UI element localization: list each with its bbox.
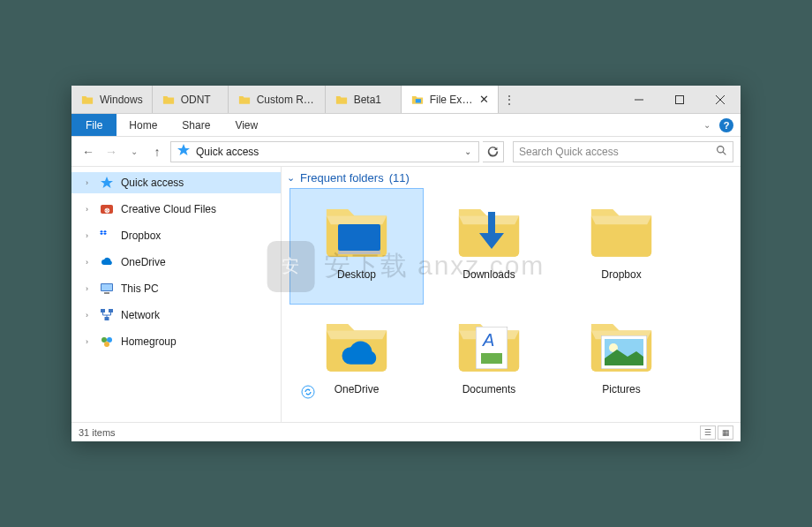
minimize-button[interactable] (619, 86, 659, 113)
folder-grid: Desktop Downloads Dropbox OneDrive A (282, 185, 741, 422)
svg-rect-21 (338, 251, 380, 254)
address-dropdown-icon[interactable]: ⌄ (461, 147, 475, 156)
sidebar-item-label: Homegroup (121, 335, 177, 348)
close-button[interactable] (700, 86, 741, 113)
window-tab[interactable]: Windows (71, 86, 153, 113)
tile-label: Dropbox (601, 268, 641, 281)
svg-rect-12 (102, 284, 112, 290)
svg-rect-2 (676, 95, 684, 103)
up-button[interactable]: ↑ (147, 142, 167, 162)
svg-marker-8 (101, 177, 113, 188)
expand-caret-icon[interactable]: › (86, 311, 93, 320)
tab-close-icon[interactable]: ✕ (479, 93, 489, 106)
expand-caret-icon[interactable]: › (86, 231, 93, 240)
address-bar[interactable]: Quick access ⌄ (170, 141, 479, 162)
file-tab[interactable]: File (71, 114, 117, 136)
folder-icon (587, 309, 656, 378)
new-tab-button[interactable]: ⋮ (499, 86, 520, 113)
folder-icon (162, 94, 176, 106)
folder-icon (335, 94, 349, 106)
sidebar-item-label: Dropbox (121, 230, 161, 242)
svg-rect-13 (104, 292, 109, 294)
folder-tile[interactable]: A Documents (423, 304, 555, 418)
explorer-window: Windows ODNT Custom RT... Beta1 File Exp… (71, 86, 741, 441)
homegroup-icon (100, 335, 114, 349)
ribbon-tab[interactable]: Home (117, 114, 169, 136)
folder-tile[interactable]: Pictures (555, 304, 688, 418)
section-header[interactable]: ⌄ Frequent folders (11) (282, 167, 741, 185)
folder-icon (237, 94, 252, 106)
ribbon-collapse-icon[interactable]: ⌄ (703, 120, 710, 130)
forward-button[interactable]: → (102, 142, 121, 162)
window-tabs: Windows ODNT Custom RT... Beta1 File Exp… (71, 86, 499, 113)
svg-rect-20 (338, 224, 380, 251)
maximize-button[interactable] (659, 86, 700, 113)
svg-text:A: A (482, 330, 494, 350)
expand-caret-icon[interactable]: › (86, 205, 93, 214)
content-pane: ⌄ Frequent folders (11) Desktop Download… (282, 167, 741, 422)
sidebar-item[interactable]: › Homegroup (71, 331, 281, 352)
search-box[interactable]: Search Quick access (513, 141, 733, 162)
pc-icon (100, 282, 114, 296)
expand-caret-icon[interactable]: › (86, 284, 93, 293)
expand-caret-icon[interactable]: › (86, 258, 93, 267)
window-tab[interactable]: Custom RT... (229, 86, 326, 113)
ribbon: File HomeShareView ⌄ ? (71, 114, 741, 137)
folder-tile[interactable]: OneDrive (290, 304, 423, 418)
section-title: Frequent folders (300, 171, 384, 184)
help-icon[interactable]: ? (719, 118, 733, 132)
tile-label: Documents (462, 383, 516, 395)
recent-locations-button[interactable]: ⌄ (124, 142, 144, 162)
refresh-button[interactable] (483, 141, 504, 162)
sidebar-item[interactable]: › Quick access (71, 172, 281, 193)
window-controls (619, 86, 741, 113)
body: › Quick access› ⊗ Creative Cloud Files› … (71, 167, 741, 422)
svg-rect-16 (105, 317, 109, 320)
address-crumb[interactable]: Quick access (196, 146, 259, 158)
search-placeholder: Search Quick access (519, 146, 619, 158)
window-tab[interactable]: Beta1 (326, 86, 402, 113)
svg-rect-14 (101, 309, 105, 312)
sidebar-item-label: This PC (121, 282, 159, 295)
titlebar: Windows ODNT Custom RT... Beta1 File Exp… (71, 86, 741, 114)
expand-caret-icon[interactable]: › (86, 337, 93, 346)
folder-icon: A (455, 309, 523, 378)
sidebar-item[interactable]: › This PC (71, 278, 281, 299)
status-bar: 31 items ☰ ▦ (71, 422, 741, 441)
folder-icon (322, 309, 391, 378)
sidebar-item-label: Quick access (121, 177, 184, 189)
star-icon (100, 176, 114, 190)
chevron-down-icon: ⌄ (287, 172, 295, 184)
icons-view-button[interactable]: ▦ (718, 425, 733, 440)
svg-point-22 (302, 386, 314, 398)
folder-icon (455, 194, 523, 263)
svg-marker-5 (177, 144, 190, 155)
back-button[interactable]: ← (79, 142, 98, 162)
ribbon-tab[interactable]: View (222, 114, 270, 136)
folder-icon (322, 194, 391, 263)
svg-rect-15 (109, 309, 113, 312)
sidebar-item[interactable]: › ⊗ Creative Cloud Files (71, 199, 281, 220)
nav-pane: › Quick access› ⊗ Creative Cloud Files› … (71, 167, 282, 422)
window-tab[interactable]: ODNT (153, 86, 229, 113)
section-count: (11) (389, 171, 410, 184)
window-tab[interactable]: File Expl... ✕ (402, 86, 499, 113)
svg-text:⊗: ⊗ (104, 207, 110, 215)
sidebar-item[interactable]: › Dropbox (71, 225, 281, 246)
folder-tile[interactable]: Dropbox (555, 189, 688, 304)
network-icon (100, 308, 114, 322)
svg-point-18 (107, 337, 112, 343)
tile-label: OneDrive (335, 383, 380, 395)
details-view-button[interactable]: ☰ (700, 425, 716, 440)
sidebar-item[interactable]: › Network (71, 305, 281, 326)
tab-label: File Expl... (430, 94, 474, 106)
sync-icon (301, 385, 315, 399)
tab-label: Custom RT... (257, 94, 316, 106)
tile-label: Downloads (462, 268, 515, 281)
folder-tile[interactable]: Desktop (290, 189, 423, 304)
ribbon-tab[interactable]: Share (169, 114, 222, 136)
sidebar-item[interactable]: › OneDrive (71, 252, 281, 273)
sidebar-item-label: Creative Cloud Files (121, 203, 216, 215)
expand-caret-icon[interactable]: › (86, 178, 93, 187)
folder-tile[interactable]: Downloads (423, 189, 555, 304)
